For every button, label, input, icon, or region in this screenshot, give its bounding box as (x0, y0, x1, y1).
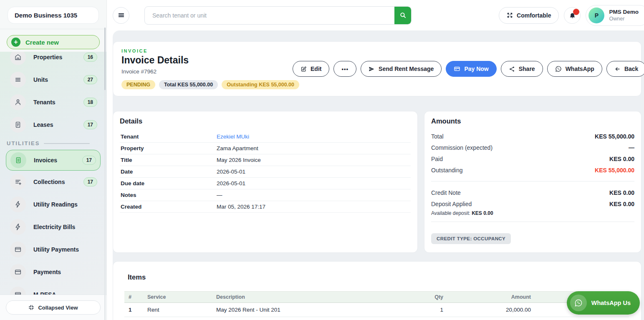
detail-row-notes: Notes — (120, 189, 411, 201)
details-card: Details Tenant Ezekiel MUki Property Zam… (113, 111, 418, 253)
sidebar-item-label: Payments (33, 269, 61, 275)
amount-label: Paid (431, 156, 443, 162)
count-badge: 18 (83, 98, 97, 107)
detail-value: May 2026 Invoice (217, 157, 261, 163)
search-button[interactable] (394, 7, 411, 24)
search-icon (399, 12, 407, 19)
detail-label: Date (121, 169, 217, 175)
detail-value: — (217, 192, 222, 198)
whatsapp-icon (555, 66, 562, 72)
col-service: Service (143, 292, 212, 303)
business-name-box[interactable]: Demo Business 1035 (8, 7, 99, 24)
count-badge: 27 (83, 75, 97, 84)
whatsapp-us-fab[interactable]: WhatsApp Us (567, 291, 640, 315)
sidebar-item-utility-readings[interactable]: Utility Readings (0, 193, 106, 216)
hamburger-menu-button[interactable] (113, 7, 129, 24)
item-num: 1 (124, 303, 143, 317)
detail-label: Due date (121, 180, 217, 186)
sidebar: Demo Business 1035 + Create new Properti… (0, 0, 107, 320)
search-input[interactable] (145, 7, 394, 24)
bolt-icon (10, 219, 26, 235)
sidebar-item-electricity-bills[interactable]: Electricity Bills (0, 216, 106, 238)
sidebar-item-units[interactable]: Units 27 (0, 68, 106, 91)
card-icon (10, 242, 26, 257)
item-amount: 20,000.00 (447, 303, 535, 317)
sidebar-item-utility-payments[interactable]: Utility Payments (0, 238, 106, 261)
cards-row: Details Tenant Ezekiel MUki Property Zam… (113, 111, 641, 253)
total-badge: Total KES 55,000.00 (159, 80, 218, 89)
sidebar-item-mpesa[interactable]: M-PESA (0, 283, 106, 295)
sidebar-item-invoices[interactable]: Invoices 17 (6, 150, 101, 171)
share-button[interactable]: Share (501, 61, 543, 77)
more-actions-button[interactable]: ••• (333, 61, 356, 77)
sidebar-scrollbar-thumb[interactable] (104, 28, 106, 90)
tenant-link[interactable]: Ezekiel MUki (217, 134, 249, 140)
edit-button[interactable]: Edit (293, 61, 329, 77)
col-qty: Qty (389, 292, 447, 303)
sidebar-item-label: Leases (33, 121, 53, 128)
edit-label: Edit (311, 66, 321, 72)
whatsapp-button[interactable]: WhatsApp (547, 61, 602, 77)
sidebar-item-label: Electricity Bills (33, 224, 75, 230)
sidebar-divider (0, 29, 106, 29)
amount-row-outstanding: Outstanding KES 55,000.00 (431, 164, 634, 176)
detail-row-due-date: Due date 2026-05-01 (120, 178, 411, 189)
profile-menu[interactable]: P PMS Demo Owner (586, 5, 644, 26)
notifications-button[interactable] (564, 7, 581, 24)
items-title: Items (113, 273, 641, 281)
count-badge: 17 (83, 177, 97, 186)
amount-label: Total (431, 133, 444, 140)
sidebar-item-leases[interactable]: Leases 17 (0, 113, 106, 136)
detail-row-date: Date 2026-05-01 (120, 166, 411, 178)
divider (431, 222, 634, 222)
sidebar-item-tenants[interactable]: Tenants 18 (0, 91, 106, 113)
compress-icon (28, 305, 34, 310)
utilities-section-header: UTILITIES (0, 136, 106, 150)
business-name: Demo Business 1035 (15, 12, 77, 19)
sidebar-footer: Collapsed View (0, 295, 106, 320)
sidebar-item-payments[interactable]: Payments (0, 261, 106, 283)
invoice-actions: Edit ••• Send Rent Message (293, 61, 644, 77)
bolt-icon (10, 197, 26, 212)
send-rent-message-button[interactable]: Send Rent Message (361, 61, 442, 77)
badge-row: PENDING Total KES 55,000.00 Outstanding … (121, 80, 293, 89)
detail-value: 2026-05-01 (217, 169, 245, 175)
share-icon (509, 66, 515, 72)
credit-type-badge: CREDIT TYPE: OCCUPANCY (431, 233, 511, 244)
amount-value: KES 55,000.00 (595, 133, 634, 140)
app-page: Demo Business 1035 + Create new Properti… (0, 0, 644, 320)
density-toggle-button[interactable]: Comfortable (499, 7, 559, 24)
collapsed-view-button[interactable]: Collapsed View (6, 300, 101, 315)
send-rent-message-label: Send Rent Message (379, 66, 434, 72)
search-bar (144, 6, 412, 25)
outstanding-amount: KES 55,000.00 (595, 167, 634, 174)
sidebar-item-properties[interactable]: Properties 16 (0, 52, 106, 68)
create-new-button[interactable]: + Create new (7, 35, 100, 49)
amount-value: KES 0.00 (609, 156, 634, 162)
pay-now-button[interactable]: Pay Now (446, 61, 496, 77)
available-deposit-value: KES 0.00 (472, 210, 493, 216)
avatar: P (588, 8, 604, 23)
back-button[interactable]: Back (606, 61, 644, 77)
item-description: Balance brought forward (212, 317, 389, 320)
available-deposit-line: Available deposit: KES 0.00 (431, 210, 634, 216)
count-badge: 17 (83, 120, 97, 129)
pay-now-label: Pay Now (464, 66, 488, 72)
item-service: Arrears (143, 317, 212, 320)
invoice-header-left: INVOICE Invoice Details Invoice #7962 PE… (121, 48, 293, 89)
amount-label: Deposit Applied (431, 201, 472, 207)
card-icon (10, 287, 26, 295)
detail-label: Tenant (121, 134, 217, 140)
user-name: PMS Demo (609, 8, 639, 16)
col-num: # (124, 292, 143, 303)
sidebar-item-collections[interactable]: Collections 17 (0, 171, 106, 193)
divider (431, 181, 634, 181)
detail-label: Property (121, 145, 217, 151)
item-row[interactable]: 1 Rent May 2026 Rent - Unit 201 1 20,000… (124, 303, 629, 317)
item-row[interactable]: 2 Arrears Balance brought forward 1 35,0… (124, 317, 629, 320)
amount-rows: Total KES 55,000.00 Commission (expected… (431, 131, 634, 244)
document-icon (10, 117, 26, 133)
detail-row-tenant: Tenant Ezekiel MUki (120, 131, 411, 143)
item-description: May 2026 Rent - Unit 201 (212, 303, 389, 317)
density-label: Comfortable (517, 12, 551, 19)
